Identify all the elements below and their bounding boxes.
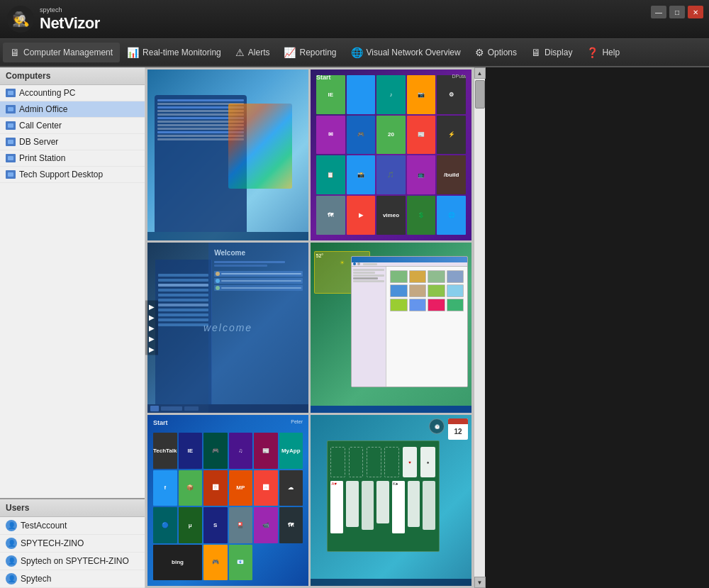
tile[interactable] xyxy=(347,75,376,114)
tile[interactable]: /build xyxy=(437,155,466,194)
screenshot-vista[interactable]: Welcome xyxy=(147,243,308,414)
computer-management-icon: 🖥 xyxy=(10,47,20,58)
scroll-down-button[interactable]: ▼ xyxy=(474,577,486,588)
nav-arrow-up-3[interactable]: ▶ xyxy=(147,323,157,333)
tile[interactable]: ♪ xyxy=(376,75,406,114)
tile[interactable]: 🗺 xyxy=(316,196,345,235)
sidebar-label-tech-support-desktop: Tech Support Desktop xyxy=(19,170,103,179)
tile[interactable]: 🗺 xyxy=(279,507,303,543)
sidebar-item-db-server[interactable]: DB Server xyxy=(0,134,145,150)
tile[interactable]: S xyxy=(203,507,228,543)
menu-computer-management[interactable]: 🖥 Computer Management xyxy=(3,43,120,62)
sidebar-item-spytech[interactable]: 👤 Spytech xyxy=(0,570,145,588)
sidebar-item-admin-office[interactable]: Admin Office xyxy=(0,101,145,118)
menu-bar: 🖥 Computer Management 📊 Real-time Monito… xyxy=(0,39,709,67)
tile[interactable]: 📰 xyxy=(254,433,278,468)
maximize-button[interactable]: □ xyxy=(669,6,685,18)
close-button[interactable]: ✕ xyxy=(688,6,703,18)
tile[interactable]: 📹 xyxy=(254,507,278,543)
user-avatar: 👤 xyxy=(6,520,17,531)
title-bar: 🕵 spytech NetVizor — □ ✕ xyxy=(0,0,709,39)
tile[interactable]: 🅱 xyxy=(203,470,228,506)
sidebar-label-admin-office: Admin Office xyxy=(19,104,67,114)
menu-visual-network-label: Visual Network Overview xyxy=(367,48,461,57)
screenshots-grid: Start DPuta IE ♪ 📷 ⚙ ✉ 🎮 20 📰 ⚡ 📋 xyxy=(145,67,474,588)
user-avatar: 👤 xyxy=(6,573,17,584)
sidebar-item-print-station[interactable]: Print Station xyxy=(0,150,145,167)
tile[interactable]: ✉ xyxy=(316,116,345,155)
menu-options[interactable]: ⚙ Options xyxy=(468,43,524,62)
sidebar-item-accounting-pc[interactable]: Accounting PC xyxy=(0,85,145,101)
menu-alerts[interactable]: ⚠ Alerts xyxy=(228,43,277,62)
tile[interactable]: f xyxy=(153,470,177,506)
nav-arrow-up-1[interactable]: ▶ xyxy=(147,302,157,311)
tile[interactable]: ♫ xyxy=(229,433,253,468)
tile[interactable]: MP xyxy=(229,470,253,506)
scrollbar: ▲ ▼ xyxy=(474,67,485,588)
tile[interactable]: ⚡ xyxy=(437,116,466,155)
nav-arrow-up-5[interactable]: ▶ xyxy=(147,345,157,354)
tile[interactable]: IE xyxy=(179,433,203,468)
tile[interactable]: 📰 xyxy=(407,116,436,155)
screenshot-winxp[interactable]: 52° ☀ xyxy=(311,243,471,414)
menu-display[interactable]: 🖥 Display xyxy=(524,43,579,62)
tile[interactable]: 🌐 xyxy=(437,196,466,235)
screenshot-solitaire[interactable]: 🕐 12 ♥ xyxy=(311,415,471,586)
tile[interactable]: 📦 xyxy=(179,470,203,506)
sidebar-item-test-account[interactable]: 👤 TestAccount xyxy=(0,517,145,535)
tile[interactable]: ▶ xyxy=(347,196,376,235)
tile[interactable]: 📸 xyxy=(347,155,376,194)
tile[interactable]: 🔵 xyxy=(153,507,177,543)
sidebar-item-spytech-zino[interactable]: 👤 SPYTECH-ZINO xyxy=(0,535,145,553)
logo-area: 🕵 spytech NetVizor xyxy=(7,5,100,33)
tile[interactable]: TechTalk xyxy=(153,433,177,468)
tile[interactable]: μ xyxy=(179,507,203,543)
menu-visual-network[interactable]: 🌐 Visual Network Overview xyxy=(344,43,468,62)
menu-reporting[interactable]: 📈 Reporting xyxy=(277,43,343,62)
win8-user-label: DPuta xyxy=(452,74,466,79)
tile[interactable]: 💲 xyxy=(407,196,436,235)
tile[interactable]: bing xyxy=(153,545,202,580)
sidebar-item-call-center[interactable]: Call Center xyxy=(0,118,145,134)
tile[interactable]: 🎵 xyxy=(376,155,406,194)
sidebar-item-spytech-on-zino[interactable]: 👤 Spytech on SPYTECH-ZINO xyxy=(0,553,145,570)
tile[interactable]: ☁ xyxy=(279,470,303,506)
screenshot-win8-purple[interactable]: Start DPuta IE ♪ 📷 ⚙ ✉ 🎮 20 📰 ⚡ 📋 xyxy=(311,70,471,240)
tile[interactable]: vimeo xyxy=(376,196,406,235)
content-area: ▶ ▶ ▶ ▶ ▶ xyxy=(145,67,709,588)
app-title-block: spytech NetVizor xyxy=(40,5,100,33)
nav-arrow-up-4[interactable]: ▶ xyxy=(147,334,157,343)
menu-options-label: Options xyxy=(488,48,517,57)
tile[interactable]: MyApp xyxy=(279,433,303,468)
tile[interactable]: ⚙ xyxy=(437,75,466,114)
tile[interactable]: 🅰 xyxy=(254,470,278,506)
tile[interactable]: 📋 xyxy=(316,155,345,194)
sidebar-item-tech-support-desktop[interactable]: Tech Support Desktop xyxy=(0,167,145,183)
menu-display-label: Display xyxy=(545,48,572,57)
tile[interactable]: 🎮 xyxy=(203,433,228,468)
tile[interactable]: 📷 xyxy=(407,75,436,114)
sidebar-label-print-station: Print Station xyxy=(19,153,65,163)
screenshot-win8-blue[interactable]: Start Peter TechTalk IE 🎮 ♫ 📰 MyApp f 📦 … xyxy=(147,415,308,586)
win8-blue-start-label: Start xyxy=(153,419,168,426)
tile[interactable]: 📺 xyxy=(407,155,436,194)
window-controls: — □ ✕ xyxy=(651,6,703,18)
screenshot-win7[interactable] xyxy=(147,70,308,240)
tile[interactable]: 📧 xyxy=(229,545,253,580)
tile[interactable]: 🎮 xyxy=(203,545,228,580)
minimize-button[interactable]: — xyxy=(651,6,666,18)
tile[interactable]: 20 xyxy=(376,116,406,155)
scroll-up-button[interactable]: ▲ xyxy=(474,67,486,79)
sidebar-label-db-server: DB Server xyxy=(19,137,58,147)
calendar-widget: 12 xyxy=(448,418,468,440)
scroll-thumb[interactable] xyxy=(475,80,485,109)
menu-realtime-monitoring-label: Real-time Monitoring xyxy=(143,48,221,57)
tile[interactable]: 🎮 xyxy=(347,116,376,155)
tile[interactable]: 🎴 xyxy=(229,507,253,543)
scroll-track[interactable] xyxy=(474,79,485,577)
menu-realtime-monitoring[interactable]: 📊 Real-time Monitoring xyxy=(120,43,228,62)
nav-arrow-up-2[interactable]: ▶ xyxy=(147,313,157,322)
tile[interactable]: IE xyxy=(316,75,345,114)
menu-help[interactable]: ❓ Help xyxy=(579,43,627,62)
solitaire-window: ♥ ♠ A♥ K♠ xyxy=(327,440,440,551)
